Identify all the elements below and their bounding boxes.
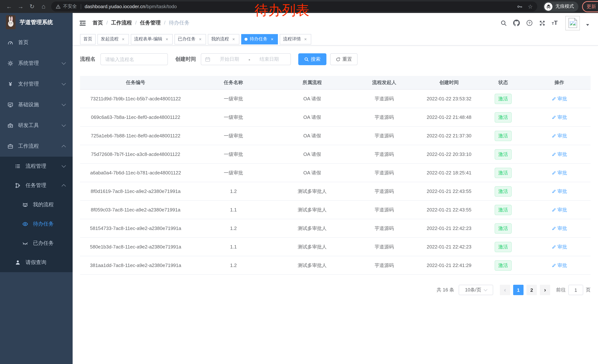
status-cell: 激活: [478, 89, 528, 108]
tab[interactable]: 流程详情: [280, 34, 311, 44]
range-separator: -: [249, 57, 250, 62]
tab[interactable]: 首页: [80, 34, 96, 44]
edit-icon: [551, 189, 556, 194]
approve-button[interactable]: 审批: [551, 114, 567, 121]
sidebar-menu-item[interactable]: 工作流程: [0, 136, 73, 157]
sidebar-collapse-icon[interactable]: [78, 18, 87, 27]
task-name-cell: 1.2: [191, 182, 276, 201]
table-row: 75d72608-7b7f-11ec-a3c8-acde48001122 一级审…: [80, 145, 590, 163]
tab[interactable]: 已办任务: [174, 34, 206, 44]
sidebar-menu-item[interactable]: 请假查询: [0, 253, 73, 272]
edit-icon: [551, 170, 556, 175]
logo-rabbit-image: [6, 15, 16, 29]
task-id-cell: 725a1eb6-7b88-11ec-8ef0-acde48001122: [80, 126, 191, 145]
edit-icon: [551, 263, 556, 267]
tab[interactable]: 待办任务: [241, 34, 278, 44]
pagination: 共 16 条 10条/页 1 2 前往 页: [80, 285, 590, 295]
approve-button[interactable]: 审批: [551, 243, 567, 250]
tab-close-icon[interactable]: [231, 37, 236, 41]
tab-close-icon[interactable]: [198, 37, 203, 41]
tab-label: 发起流程: [101, 36, 119, 42]
process-cell: OA 请假: [276, 89, 349, 108]
search-icon[interactable]: [500, 20, 507, 26]
tab-label: 待办任务: [250, 36, 267, 42]
process-name-input[interactable]: [100, 53, 168, 65]
page-size-select[interactable]: 10条/页: [459, 285, 493, 295]
breadcrumb-item[interactable]: 任务管理: [132, 20, 161, 26]
edit-icon: [551, 208, 556, 212]
bookmark-star-icon[interactable]: ☆: [528, 4, 533, 9]
task-name-cell: 1.2: [191, 256, 276, 275]
security-label: 不安全: [63, 3, 77, 10]
approve-button[interactable]: 审批: [551, 206, 567, 213]
sidebar-menu-item[interactable]: 已办任务: [0, 234, 73, 253]
tab[interactable]: 发起流程: [98, 34, 129, 44]
process-cell: 测试多审批人: [276, 238, 349, 256]
approve-button[interactable]: 审批: [551, 225, 567, 232]
sidebar-menu-item[interactable]: 首页: [0, 32, 73, 53]
help-icon[interactable]: ?: [526, 20, 533, 26]
sidebar-menu-item[interactable]: 研发工具: [0, 115, 73, 136]
page-button-1[interactable]: 1: [513, 285, 523, 295]
prev-page-button[interactable]: [500, 285, 510, 295]
github-icon[interactable]: [513, 20, 520, 26]
home-icon[interactable]: ⌂: [38, 1, 49, 12]
start-date-placeholder: 开始日期: [212, 56, 247, 63]
approve-button[interactable]: 审批: [551, 262, 567, 269]
tab-close-icon[interactable]: [270, 37, 274, 41]
starter-cell: 芋道源码: [349, 145, 420, 163]
approve-label: 审批: [557, 206, 567, 213]
chevron-icon: [62, 145, 66, 149]
tab[interactable]: 流程表单-编辑: [131, 34, 173, 44]
sidebar-menu-item[interactable]: 待办任务: [0, 214, 73, 234]
tab-close-icon[interactable]: [303, 37, 308, 41]
sidebar-item-label: 任务管理: [25, 182, 46, 189]
briefcase-icon: [8, 143, 13, 149]
approve-button[interactable]: 审批: [551, 151, 567, 158]
approve-button[interactable]: 审批: [551, 188, 567, 194]
approve-button[interactable]: 审批: [551, 95, 567, 102]
browser-update-button[interactable]: 更新: [582, 1, 598, 12]
breadcrumb-item[interactable]: 工作流程: [103, 20, 132, 26]
breadcrumb-item[interactable]: 首页: [93, 20, 103, 26]
active-dot-icon: [245, 38, 248, 40]
search-button[interactable]: 搜索: [298, 53, 326, 65]
sidebar-menu-item[interactable]: 系统管理: [0, 53, 73, 74]
sidebar-menu-item[interactable]: ¥ 支付管理: [0, 74, 73, 94]
avatar[interactable]: [565, 16, 580, 30]
jump-page-input[interactable]: [568, 285, 583, 295]
created-cell: 2022-01-21 22:41:29: [420, 256, 478, 275]
next-page-button[interactable]: [540, 285, 550, 295]
status-badge: 激活: [495, 223, 512, 234]
tab-close-icon[interactable]: [121, 37, 126, 41]
forward-icon[interactable]: →: [15, 1, 26, 12]
starter-cell: 芋道源码: [349, 238, 420, 256]
tab[interactable]: 我的流程: [208, 34, 239, 44]
reload-icon[interactable]: ↻: [27, 1, 37, 12]
sidebar-menu-item[interactable]: 我的流程: [0, 195, 73, 214]
page-button-2[interactable]: 2: [526, 285, 537, 295]
created-cell: 2022-01-21 22:42:23: [420, 238, 478, 256]
address-bar[interactable]: 不安全 dashboard.yudao.iocoder.cn/bpm/task/…: [51, 1, 537, 11]
col-task-name: 任务名称: [191, 76, 276, 89]
sidebar-menu-item[interactable]: 流程管理: [0, 157, 73, 176]
status-cell: 激活: [478, 182, 528, 201]
reset-button[interactable]: 重置: [330, 53, 357, 65]
tab-close-icon[interactable]: [165, 37, 169, 41]
security-warning[interactable]: 不安全: [56, 3, 77, 10]
sidebar-menu-item[interactable]: 基础设施: [0, 94, 73, 115]
password-key-icon[interactable]: [517, 4, 523, 9]
task-id-cell: 8f0d1619-7ac8-11ec-a9e2-a2380e71991a: [80, 182, 191, 201]
back-icon[interactable]: ←: [4, 1, 15, 12]
approve-button[interactable]: 审批: [551, 132, 567, 139]
status-badge: 激活: [495, 149, 512, 159]
user-menu-caret-icon[interactable]: [586, 24, 589, 26]
approve-button[interactable]: 审批: [551, 170, 567, 176]
breadcrumb-item[interactable]: 待办任务: [161, 20, 190, 26]
fullscreen-icon[interactable]: [539, 20, 545, 26]
approve-label: 审批: [557, 95, 567, 102]
font-size-icon[interactable]: TT: [552, 20, 558, 26]
date-range-picker[interactable]: 开始日期 - 结束日期: [201, 53, 291, 65]
incognito-label: 无痕模式: [555, 3, 574, 10]
sidebar-menu-item[interactable]: 任务管理: [0, 176, 73, 195]
